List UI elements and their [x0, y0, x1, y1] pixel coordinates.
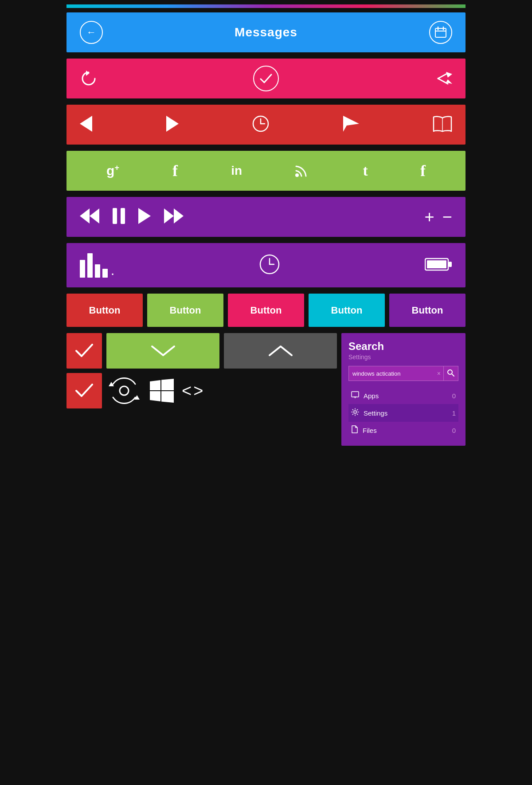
files-label: Files: [363, 427, 452, 434]
windows-icon: [150, 379, 174, 403]
camera-rotate-icon: [109, 377, 140, 404]
linkedin-button[interactable]: in: [231, 164, 242, 178]
chevron-up-tile[interactable]: [224, 333, 337, 369]
search-subtitle: Settings: [348, 353, 458, 361]
facebook2-button[interactable]: f: [420, 161, 426, 180]
bar-chart-bar-2: [87, 253, 93, 278]
book-icon: [433, 115, 452, 132]
bar-chart-dot: .: [111, 266, 114, 278]
check-tile-2[interactable]: [66, 373, 102, 408]
tiles-section: < >: [66, 333, 337, 408]
monitor-icon: [351, 391, 359, 399]
svg-marker-8: [166, 116, 179, 132]
angle-brackets-button[interactable]: < >: [182, 381, 203, 400]
svg-marker-31: [150, 380, 160, 390]
back-icon: ←: [86, 27, 96, 38]
rss-button[interactable]: [295, 163, 309, 179]
bar-chart-bar-1: [80, 260, 85, 278]
prev-button[interactable]: [80, 116, 92, 133]
button-pink[interactable]: Button: [228, 294, 304, 327]
button-red[interactable]: Button: [66, 294, 143, 327]
search-input-row: ×: [348, 366, 458, 381]
chevron-up-icon: [267, 344, 294, 357]
bottom-section: < > Search Settings ×: [66, 333, 466, 446]
check-button[interactable]: [253, 66, 279, 91]
settings-label: Settings: [364, 409, 452, 417]
fast-forward-button[interactable]: [164, 208, 184, 225]
nav-icon: [343, 116, 359, 132]
settings-icon: [351, 408, 359, 418]
svg-marker-21: [174, 208, 184, 224]
pause-icon: [113, 208, 125, 224]
search-result-files[interactable]: Files 0: [348, 422, 458, 439]
google-plus-button[interactable]: g+: [106, 163, 119, 178]
check-icon: [260, 74, 272, 83]
search-result-apps[interactable]: Apps 0: [348, 387, 458, 404]
search-input[interactable]: [349, 370, 434, 377]
search-title: Search: [348, 340, 458, 353]
status-bar: .: [66, 243, 466, 287]
search-result-settings[interactable]: Settings 1: [348, 404, 458, 422]
calendar-icon: [434, 26, 447, 39]
apps-icon: [351, 391, 359, 400]
rewind-button[interactable]: [80, 208, 99, 225]
gear-icon: [351, 408, 359, 416]
svg-rect-17: [113, 208, 117, 224]
apps-count: 0: [452, 392, 456, 400]
rewind-icon: [80, 208, 99, 224]
clock-button[interactable]: [252, 115, 269, 134]
clock-icon: [252, 115, 269, 132]
chevron-down-tile[interactable]: [106, 333, 219, 369]
next-icon: [166, 116, 179, 132]
camera-rotate-button[interactable]: [106, 373, 142, 408]
rss-icon: [295, 163, 309, 177]
twitter-button[interactable]: t: [363, 162, 367, 179]
svg-point-14: [295, 173, 299, 177]
play-icon: [138, 208, 151, 224]
svg-marker-33: [150, 391, 160, 401]
next-button[interactable]: [166, 116, 179, 133]
svg-marker-12: [343, 116, 359, 132]
nav-button[interactable]: [343, 116, 359, 133]
social-bar: g+ f in t f: [66, 151, 466, 191]
buttons-row: Button Button Button Button Button: [66, 294, 466, 327]
svg-marker-4: [86, 71, 90, 76]
svg-point-28: [120, 386, 129, 395]
facebook-button[interactable]: f: [172, 161, 178, 180]
bar-chart-bar-3: [95, 264, 100, 278]
media-bar: + −: [66, 197, 466, 237]
svg-marker-32: [161, 379, 174, 390]
search-go-button[interactable]: [443, 366, 458, 381]
plus-button[interactable]: +: [425, 208, 434, 227]
back-button[interactable]: ←: [80, 21, 103, 44]
svg-marker-20: [164, 208, 174, 224]
book-button[interactable]: [433, 115, 452, 134]
minus-button[interactable]: −: [442, 208, 452, 227]
refresh-button[interactable]: [80, 70, 98, 87]
svg-rect-37: [352, 392, 359, 397]
button-blue[interactable]: Button: [309, 294, 385, 327]
play-button[interactable]: [138, 208, 151, 226]
share-icon: [434, 70, 452, 87]
apps-label: Apps: [364, 392, 452, 400]
share-button[interactable]: [434, 70, 452, 87]
top-accent-bar: [66, 4, 466, 8]
status-clock-button[interactable]: [259, 254, 280, 276]
settings-count: 1: [452, 409, 456, 417]
button-purple[interactable]: Button: [389, 294, 466, 327]
svg-marker-7: [80, 116, 92, 132]
fast-forward-icon: [164, 208, 184, 224]
button-green[interactable]: Button: [147, 294, 223, 327]
left-bracket-icon: <: [182, 381, 192, 400]
svg-rect-26: [427, 260, 446, 268]
check-tile-1[interactable]: [66, 333, 102, 369]
pink-bar: [66, 59, 466, 98]
svg-marker-5: [446, 72, 452, 78]
windows-logo-button[interactable]: [146, 377, 177, 404]
pause-button[interactable]: [113, 208, 125, 226]
messages-title: Messages: [235, 25, 297, 39]
messages-bar: ← Messages: [66, 12, 466, 52]
red-bar: [66, 105, 466, 145]
calendar-button[interactable]: [429, 21, 452, 44]
search-clear-button[interactable]: ×: [434, 370, 443, 377]
